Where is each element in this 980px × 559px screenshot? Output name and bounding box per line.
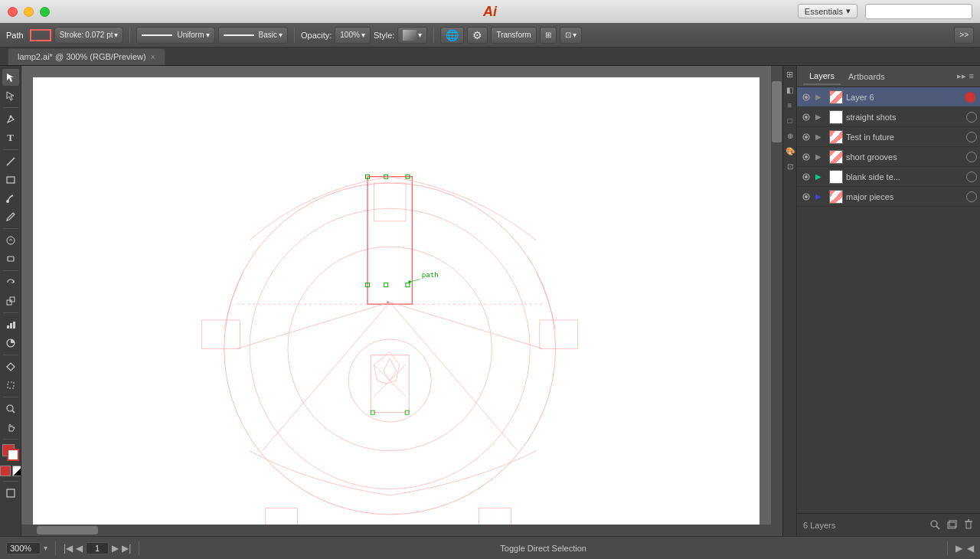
workspace-switcher[interactable]: Essentials ▾ [798,4,858,18]
straight-shots-expand-icon[interactable]: ▶ [815,113,826,121]
settings-btn[interactable]: ⚙ [467,27,488,44]
layers-panel-header: Layers Artboards ▸▸ ≡ [797,66,980,87]
profile-btn[interactable]: Uniform ▾ [136,27,214,44]
color-mode-btn[interactable] [0,466,11,476]
right-panel-icon-6[interactable]: 🎨 [785,145,795,156]
zoom-input[interactable] [6,542,41,554]
artboards-tab[interactable]: Artboards [842,69,891,84]
tab-close-button[interactable]: × [151,53,155,61]
arrange-icon: ⊡ ▾ [565,31,577,39]
close-button[interactable] [8,7,18,17]
chart-tool[interactable] [2,335,19,351]
toggle-artboard-btn[interactable]: ▶ [956,543,962,554]
web-btn[interactable]: 🌐 [440,27,464,44]
new-layer-icon[interactable] [946,519,957,531]
delete-layer-icon[interactable] [963,519,974,531]
prev-artboard-btn[interactable]: ◀ [76,543,83,554]
tool-separator-8 [3,439,18,440]
layer6-visibility-icon[interactable] [800,91,812,103]
paintbrush-tool[interactable] [2,190,19,207]
hand-tool[interactable] [2,419,19,436]
major-pieces-expand-icon[interactable]: ▶ [815,192,826,201]
layer-item-straight-shots[interactable]: ▶ straight shots [797,107,980,127]
layer-item-short-grooves[interactable]: ▶ short grooves [797,147,980,167]
right-panel-icon-2[interactable]: ◧ [785,84,795,95]
maximize-button[interactable] [40,7,50,17]
pencil-tool[interactable] [2,208,19,225]
layers-tab[interactable]: Layers [803,68,841,85]
first-artboard-btn[interactable]: |◀ [64,543,73,554]
layers-menu-icon[interactable]: ▸▸ [957,71,966,81]
blank-side-visibility-icon[interactable] [800,171,812,183]
minimize-button[interactable] [24,7,34,17]
right-panel-icon-4[interactable]: □ [785,115,795,126]
blank-side-expand-icon[interactable]: ▶ [815,172,826,181]
blob-brush-tool[interactable] [2,232,19,249]
right-panel-icon-3[interactable]: ≡ [785,100,795,110]
document-tab[interactable]: lamp2.ai* @ 300% (RGB/Preview) × [8,48,165,65]
layer-item-test-future[interactable]: ▶ Test in future [797,127,980,147]
layer-item-layer6[interactable]: ▶ Layer 6 [797,87,980,107]
direct-selection-tool[interactable] [2,87,19,104]
opacity-btn[interactable]: 100% ▾ [335,27,371,44]
selection-tool[interactable] [2,69,19,86]
test-future-expand-icon[interactable]: ▶ [815,132,826,141]
transform-btn[interactable]: Transform [491,27,536,44]
brush-btn[interactable]: Basic ▾ [218,27,288,44]
layers-options-icon[interactable]: ≡ [969,71,974,81]
scale-tool[interactable] [2,293,19,309]
layer-item-major-pieces[interactable]: ▶ major pieces [797,187,980,207]
brush-label: Basic [259,31,277,39]
rotate-tool[interactable] [2,274,19,291]
screen-mode-btn[interactable] [2,485,19,502]
extra-options-btn[interactable]: >> [954,27,974,44]
svg-point-18 [288,247,492,450]
right-panel-icon-5[interactable]: ⊕ [785,130,795,141]
free-transform-tool[interactable] [2,377,19,394]
right-panel-icon-1[interactable]: ⊞ [785,69,795,80]
svg-point-50 [805,96,808,99]
straight-shots-visibility-icon[interactable] [800,111,812,123]
align-btn[interactable]: ⊞ [540,27,557,44]
stroke-dropdown-icon: ▾ [114,31,118,39]
svg-rect-6 [7,300,11,305]
eraser-tool[interactable] [2,250,19,267]
layer6-expand-icon[interactable]: ▶ [815,93,826,101]
zoom-tool[interactable] [2,400,19,417]
search-input[interactable] [865,4,972,19]
arrange-btn[interactable]: ⊡ ▾ [560,27,583,44]
layer-item-blank-side[interactable]: ▶ blank side te... [797,167,980,187]
right-panel-icon-7[interactable]: ⊡ [785,161,795,172]
style-btn[interactable]: ▾ [397,27,427,44]
vscroll-thumb[interactable] [772,81,782,142]
svg-rect-27 [384,283,388,287]
graph-tool[interactable] [2,316,19,333]
pen-tool[interactable] [2,111,19,128]
test-future-visibility-icon[interactable] [800,131,812,143]
major-pieces-visibility-icon[interactable] [800,191,812,203]
svg-rect-21 [374,183,406,221]
next-artboard-btn[interactable]: ▶ [112,543,119,554]
type-tool[interactable]: T [2,129,19,146]
vertical-scrollbar[interactable] [771,66,782,536]
gradient-btn[interactable] [12,466,21,476]
svg-point-61 [931,521,937,527]
toggle-control-btn[interactable]: ◀ [967,543,974,554]
bottom-sep-3 [947,541,948,555]
line-tool[interactable] [2,153,19,170]
transform-tool[interactable] [2,358,19,375]
short-grooves-visibility-icon[interactable] [800,151,812,163]
horizontal-scrollbar[interactable] [21,525,771,536]
last-artboard-btn[interactable]: ▶| [122,543,131,554]
svg-point-60 [805,195,808,198]
stroke-weight-btn[interactable]: Stroke: 0.072 pt ▾ [54,27,124,44]
short-grooves-expand-icon[interactable]: ▶ [815,152,826,161]
hscroll-thumb[interactable] [37,526,98,534]
page-input[interactable] [86,542,109,554]
stroke-color-preview[interactable] [30,29,51,41]
rect-tool[interactable] [2,172,19,188]
tool-separator-2 [3,149,18,150]
zoom-dropdown-icon[interactable]: ▾ [44,544,47,552]
stroke-color-box[interactable] [7,449,19,461]
search-layers-icon[interactable] [929,519,940,531]
